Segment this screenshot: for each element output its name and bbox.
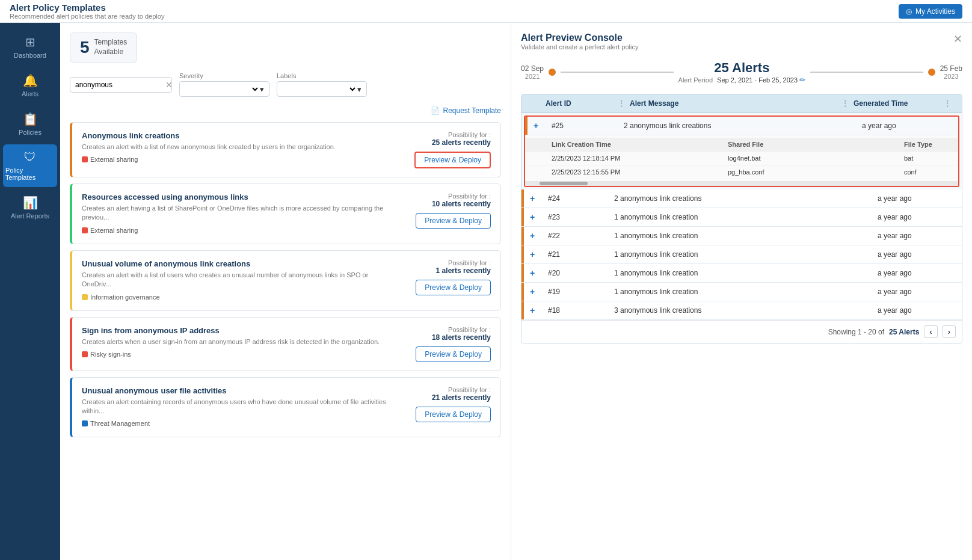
preview-deploy-btn-2[interactable]: Preview & Deploy [416,213,491,229]
col-header-alert-message: Alert Message [630,99,841,108]
edit-period-icon[interactable]: ✏ [799,76,805,84]
policy-card-right-1: Possibility for : 25 alerts recently Pre… [395,131,491,168]
expanded-alert-cells: + #25 2 anonymous link creations a year … [528,117,958,135]
alert-row-21: + #21 1 anonymous link creation a year a… [521,245,962,264]
prev-page-button[interactable]: ‹ [924,325,937,338]
possibility-text-5: Possibility for : 21 alerts recently [432,386,491,402]
filter-row: ✕ Severity ▾ Labels [70,72,501,97]
expand-btn-25[interactable]: + [534,121,552,131]
sidebar-item-alert-reports[interactable]: 📊 Alert Reports [3,189,57,226]
right-panel: Alert Preview Console Validate and creat… [511,23,972,560]
policy-card-content-4: Sign ins from anonymous IP address Creat… [82,326,389,359]
alert-id-23: #23 [548,213,614,221]
labels-label: Labels [277,72,367,79]
page-subtitle: Recommended alert policies that are read… [10,13,164,20]
alert-row-inner-21: + #21 1 anonymous link creation a year a… [524,245,962,263]
request-template-link[interactable]: 📄 Request Template [70,106,501,115]
policy-card-content-1: Anonymous link creations Creates an aler… [82,131,389,164]
tag-label-3: Information governance [90,294,160,301]
policy-desc-2: Creates an alert having a list of ShareP… [82,204,389,223]
policy-card-sign-ins-anon-ip: Sign ins from anonymous IP address Creat… [70,317,501,371]
sidebar: ⊞ Dashboard 🔔 Alerts 📋 Policies 🛡 Policy… [0,23,60,560]
next-page-button[interactable]: › [943,325,956,338]
policy-card-anon-link-creations: Anonymous link creations Creates an aler… [70,122,501,177]
sidebar-label-dashboard: Dashboard [14,52,46,59]
policy-card-content-2: Resources accessed using anonymous links… [82,192,389,235]
sidebar-label-policies: Policies [19,129,42,136]
timeline-section: 02 Sep 2021 25 Alerts Alert Period Sep 2… [521,60,962,84]
possibility-text-1: Possibility for : 25 alerts recently [432,131,491,147]
tag-label-4: Risky sign-ins [90,351,131,358]
alert-msg-24: 2 anonymous link creations [614,194,878,203]
policy-card-content-5: Unusual anonymous user file activities C… [82,386,389,429]
expand-btn-18[interactable]: + [530,306,548,315]
request-template-label[interactable]: Request Template [443,106,501,115]
possibility-count-1: 25 alerts recently [432,138,491,147]
possibility-count-4: 18 alerts recently [432,333,491,342]
policy-card-unusual-volume: Unusual volume of anonymous link creatio… [70,250,501,311]
severity-select-wrap[interactable]: ▾ [179,81,269,97]
expand-btn-23[interactable]: + [530,212,548,222]
preview-deploy-btn-5[interactable]: Preview & Deploy [416,407,491,422]
alert-time-20: a year ago [878,269,956,277]
possibility-label-3: Possibility for : [448,259,491,266]
sidebar-label-alert-reports: Alert Reports [11,212,49,220]
search-input-wrap[interactable]: ✕ [70,77,172,93]
close-button[interactable]: ✕ [953,32,962,46]
templates-number: 5 [80,38,90,57]
policy-title-1: Anonymous link creations [82,131,389,140]
policy-tag-3: Information governance [82,294,160,301]
expand-btn-21[interactable]: + [530,250,548,259]
expanded-alert-header-row: + #25 2 anonymous link creations a year … [525,117,958,135]
policy-title-4: Sign ins from anonymous IP address [82,326,389,335]
policy-card-unusual-file-activities: Unusual anonymous user file activities C… [70,377,501,438]
detail-scroll-bar[interactable] [525,181,958,186]
severity-select[interactable] [185,84,260,94]
policy-card-right-4: Possibility for : 18 alerts recently Pre… [395,326,491,362]
alert-row-inner-19: + #19 1 anonymous link creation a year a… [524,283,962,301]
alert-id-22: #22 [548,232,614,240]
preview-deploy-btn-1[interactable]: Preview & Deploy [414,152,491,168]
possibility-count-5: 21 alerts recently [432,393,491,402]
col-divider-3: ⋮ [944,99,956,108]
sidebar-item-policy-templates[interactable]: 🛡 Policy Templates [3,144,57,187]
timeline-line-1 [561,72,674,73]
search-input[interactable] [75,81,165,89]
alert-row-inner-24: + #24 2 anonymous link creations a year … [524,189,962,208]
expand-btn-20[interactable]: + [530,268,548,278]
alert-msg-20: 1 anonymous link creation [614,269,878,277]
expand-btn-24[interactable]: + [530,194,548,203]
detail-header: Link Creation Time Shared File File Type [525,138,958,151]
my-activities-button[interactable]: ◎ My Activities [899,4,962,19]
sidebar-item-policies[interactable]: 📋 Policies [3,106,57,142]
alert-time-19: a year ago [878,288,956,296]
expand-btn-22[interactable]: + [530,231,548,241]
possibility-text-3: Possibility for : 1 alerts recently [436,259,491,275]
alert-msg-22: 1 anonymous link creation [614,232,878,240]
detail-col-file-type: File Type [904,141,952,148]
clear-search-button[interactable]: ✕ [165,80,173,90]
sidebar-item-dashboard[interactable]: ⊞ Dashboard [3,29,57,65]
alert-id-19: #19 [548,288,614,296]
labels-select-wrap[interactable]: ▾ [277,81,367,97]
possibility-label-2: Possibility for : [448,192,491,200]
labels-select[interactable] [282,84,357,94]
alerts-count-label: 25 Alerts [678,60,806,76]
preview-deploy-btn-3[interactable]: Preview & Deploy [416,280,491,295]
sidebar-item-alerts[interactable]: 🔔 Alerts [3,67,57,103]
page-title: Alert Policy Templates [10,2,164,13]
policy-tag-5: Threat Management [82,420,150,427]
col-header-generated-time: Generated Time [854,99,944,108]
preview-deploy-btn-4[interactable]: Preview & Deploy [416,346,491,362]
policy-templates-icon: 🛡 [24,150,36,164]
alert-row-inner-22: + #22 1 anonymous link creation a year a… [524,227,962,245]
expand-btn-19[interactable]: + [530,287,548,297]
console-title: Alert Preview Console [521,32,638,43]
alert-period-section: Alert Period Sep 2, 2021 - Feb 25, 2023 … [678,76,806,84]
policy-card-right-5: Possibility for : 21 alerts recently Pre… [395,386,491,422]
detail-row1-file: log4net.bat [728,155,904,162]
end-date-label: 25 Feb [940,64,962,73]
alert-msg-18: 3 anonymous link creations [614,306,878,315]
dashboard-icon: ⊞ [25,35,35,49]
detail-col-shared-file: Shared File [728,141,904,148]
